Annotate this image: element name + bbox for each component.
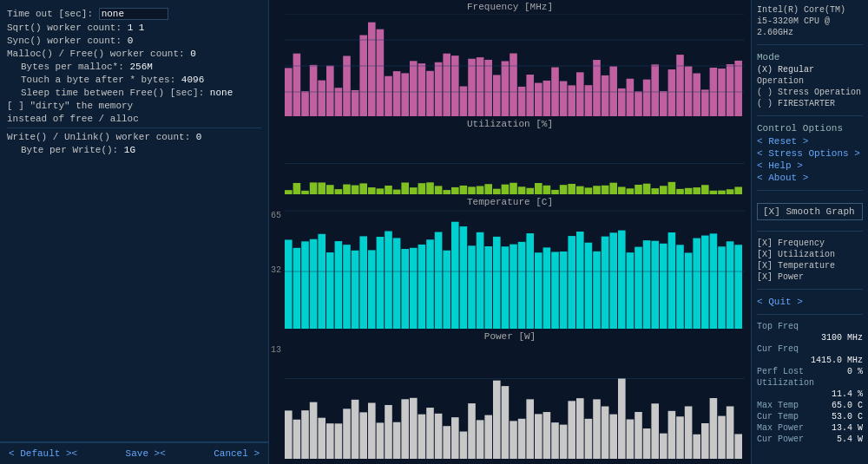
quit-section: < Quit > xyxy=(757,297,863,315)
max-temp-value: 65.0 C xyxy=(832,401,863,410)
dirty-label2: instead of free / alloc xyxy=(7,114,139,124)
dirty-line2: instead of free / alloc xyxy=(7,114,261,124)
perf-lost-value: 0 % xyxy=(847,367,863,376)
utilization-chart: Utilization [%] xyxy=(269,117,751,195)
timeout-line: Time out [sec]: xyxy=(7,8,261,20)
touch-label: Touch a byte after * bytes: xyxy=(21,75,175,85)
buttons-row: < Default >< Save >< Cancel > xyxy=(0,442,268,464)
help-link[interactable]: < Help > xyxy=(757,160,863,171)
control-section: Control Options < Reset > < Stress Optio… xyxy=(757,123,863,191)
default-button[interactable]: < Default >< xyxy=(5,447,81,461)
cpu-freq: 2.60GHz xyxy=(757,28,863,37)
bytes-line: Bytes per malloc*: 256M xyxy=(21,62,261,72)
sleep-label: Sleep time between Free() [sec]: xyxy=(21,88,204,98)
timeout-label: Time out [sec]: xyxy=(7,9,93,19)
bytes-value: 256M xyxy=(129,62,152,72)
config-section: Time out [sec]: Sqrt() worker count: 1 1… xyxy=(0,0,268,442)
cur-temp-label: Cur Temp xyxy=(757,412,799,422)
about-link[interactable]: < About > xyxy=(757,173,863,183)
power-title: Power [W] xyxy=(269,330,751,343)
cur-freq-value: 1415.0 MHz xyxy=(811,356,863,365)
right-panel: Intel(R) Core(TM) i5-3320M CPU @ 2.60GHz… xyxy=(751,0,868,464)
malloc-label: Malloc() / Free() worker count: xyxy=(7,49,185,59)
malloc-line: Malloc() / Free() worker count: 0 xyxy=(7,49,261,59)
mode-firestarter[interactable]: ( ) FIRESTARTER xyxy=(757,99,863,108)
max-power-value: 13.4 W xyxy=(832,423,863,433)
utilization-body xyxy=(269,131,751,196)
timeout-input[interactable] xyxy=(99,8,168,20)
sync-line: Sync() worker count: 0 xyxy=(7,36,261,46)
write-value: 0 xyxy=(196,132,202,142)
left-panel: Time out [sec]: Sqrt() worker count: 1 1… xyxy=(0,0,269,464)
cpu-info-section: Intel(R) Core(TM) i5-3320M CPU @ 2.60GHz xyxy=(757,5,863,45)
frequency-chart: Frequency [MHz] xyxy=(269,0,751,117)
frequency-title: Frequency [MHz] xyxy=(269,0,751,14)
max-power-label: Max Power xyxy=(757,423,804,433)
sleep-value: none xyxy=(210,88,233,98)
power-canvas xyxy=(269,343,745,461)
top-freq-value: 3100 MHz xyxy=(821,333,863,343)
temp-mid-label: 32 xyxy=(271,265,281,275)
display-power[interactable]: [X] Power xyxy=(757,272,863,282)
dirty-label: [ ] "dirty" the memory xyxy=(7,101,133,111)
sync-value: 0 xyxy=(128,36,134,46)
touch-value: 4096 xyxy=(181,75,204,85)
bytewrite-value: 1G xyxy=(124,145,135,155)
display-temperature[interactable]: [X] Temperature xyxy=(757,261,863,271)
write-line: Write() / Unlink() worker count: 0 xyxy=(7,132,261,142)
quit-link[interactable]: < Quit > xyxy=(757,297,863,307)
dirty-line: [ ] "dirty" the memory xyxy=(7,101,261,111)
cur-freq-row: Cur Freq xyxy=(757,344,863,354)
cur-temp-value: 53.0 C xyxy=(832,412,863,422)
frequency-canvas xyxy=(269,14,745,118)
cpu-model2: i5-3320M CPU @ xyxy=(757,16,863,26)
temperature-title: Temperature [C] xyxy=(269,195,751,209)
utilization-stat-value: 11.4 % xyxy=(832,389,863,399)
control-title: Control Options xyxy=(757,123,863,134)
save-button[interactable]: Save >< xyxy=(122,447,169,461)
cur-freq-label: Cur Freq xyxy=(757,344,799,354)
display-frequency[interactable]: [X] Frequency xyxy=(757,239,863,248)
utilization-canvas xyxy=(269,131,745,196)
utilization-stat-label: Utilization xyxy=(757,378,814,388)
mode-regular2: Operation xyxy=(757,76,863,86)
touch-line: Touch a byte after * bytes: 4096 xyxy=(21,75,261,85)
bytewrite-line: Byte per Write(): 1G xyxy=(21,145,261,155)
sync-label: Sync() worker count: xyxy=(7,36,122,46)
temperature-body: 65 32 xyxy=(269,209,751,330)
malloc-value: 0 xyxy=(190,49,196,59)
bytes-label: Bytes per malloc*: xyxy=(21,62,124,72)
stats-section: Top Freq 3100 MHz Cur Freq 1415.0 MHz Pe… xyxy=(757,322,863,444)
mode-section: Mode (X) Regular Operation ( ) Stress Op… xyxy=(757,52,863,116)
top-freq-label: Top Freq xyxy=(757,322,799,331)
center-panel: Frequency [MHz] Utilization [%] Temperat… xyxy=(269,0,751,464)
temperature-chart: Temperature [C] 65 32 xyxy=(269,195,751,330)
sqrt-value: 1 xyxy=(128,23,134,33)
max-temp-label: Max Temp xyxy=(757,401,799,410)
power-max-label: 13 xyxy=(271,345,281,355)
display-utilization[interactable]: [X] Utilization xyxy=(757,250,863,259)
write-label: Write() / Unlink() worker count: xyxy=(7,132,190,142)
perf-lost-label: Perf Lost xyxy=(757,367,804,376)
cpu-model: Intel(R) Core(TM) xyxy=(757,5,863,15)
power-chart: Power [W] 13 xyxy=(269,330,751,460)
reset-link[interactable]: < Reset > xyxy=(757,136,863,147)
temp-max-label: 65 xyxy=(271,211,281,220)
power-body: 13 xyxy=(269,343,751,461)
sqrt-label: Sqrt() worker count: xyxy=(7,23,122,33)
stress-opts-link[interactable]: < Stress Options > xyxy=(757,148,863,159)
cancel-button[interactable]: Cancel > xyxy=(210,447,263,461)
top-freq-row: Top Freq xyxy=(757,322,863,331)
mode-stress[interactable]: ( ) Stress Operation xyxy=(757,88,863,97)
sleep-line: Sleep time between Free() [sec]: none xyxy=(21,88,261,98)
mode-regular[interactable]: (X) Regular xyxy=(757,65,863,75)
temperature-canvas xyxy=(269,209,745,330)
mode-title: Mode xyxy=(757,52,863,62)
cur-power-value: 5.4 W xyxy=(837,435,863,444)
bytewrite-label: Byte per Write(): xyxy=(21,145,118,155)
cur-power-label: Cur Power xyxy=(757,435,804,444)
sqrt-line: Sqrt() worker count: 1 1 xyxy=(7,23,261,33)
top-freq-value-row: 3100 MHz xyxy=(757,333,863,343)
smooth-graph-section: [X] Smooth Graph xyxy=(757,198,863,232)
smooth-graph-button[interactable]: [X] Smooth Graph xyxy=(757,203,863,220)
